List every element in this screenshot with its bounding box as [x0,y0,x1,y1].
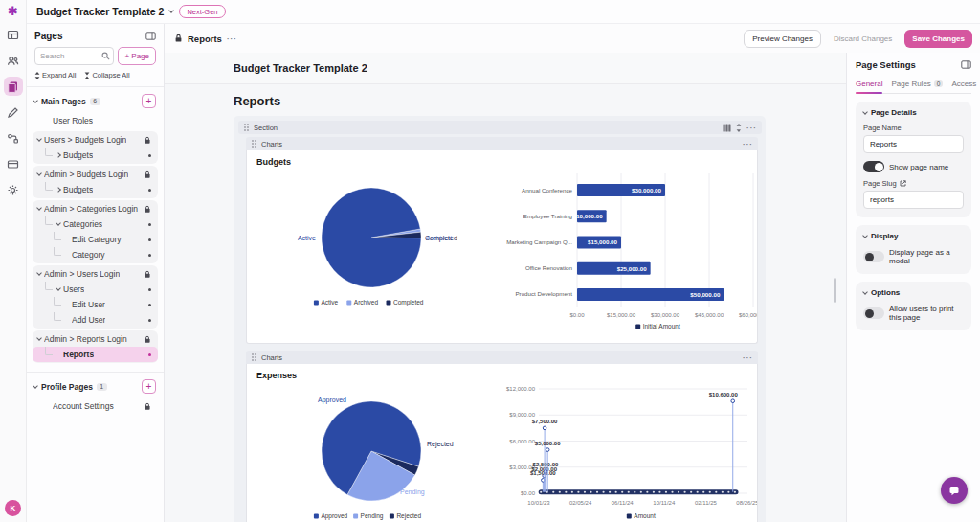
page-details-header[interactable]: Page Details [863,108,964,117]
tree-row-label: Reports [63,350,94,359]
external-link-icon[interactable] [900,180,906,187]
collapse-all-link[interactable]: Collapse All [84,71,129,79]
allow-print-label: Allow users to print this page [889,305,964,322]
options-header[interactable]: Options [863,288,964,297]
tree-chevron-icon[interactable] [56,220,61,226]
app-name[interactable]: Budget Tracker Template 2 [36,6,164,17]
top-bar: Budget Tracker Template 2 Next-Gen [27,0,980,24]
charts-component-bar[interactable]: Charts ··· [246,137,758,150]
tree-chevron-icon[interactable] [56,187,61,193]
charts-block-2[interactable]: Charts ··· Expenses ApprovedRejectedPend… [246,351,758,522]
user-avatar[interactable]: K [5,500,21,516]
tree-row[interactable]: Category [33,247,158,262]
chevron-down-icon[interactable] [33,383,38,389]
tree-row[interactable]: Reports [33,347,158,362]
chevron-down-icon[interactable] [169,8,175,13]
drag-handle-icon[interactable] [251,352,257,362]
expand-all-link[interactable]: Expand All [34,71,76,79]
svg-text:Pending: Pending [361,512,384,520]
tree-chevron-icon[interactable] [36,335,42,341]
chevron-down-icon [862,109,868,115]
collapse-settings-button[interactable] [961,60,971,69]
display-as-modal-toggle[interactable] [863,251,884,262]
tree-chevron-icon[interactable] [36,270,42,276]
tree-connector-icon [54,312,61,321]
tree-row[interactable]: Admin > Budgets Login [33,167,158,182]
budgets-charts-card[interactable]: Budgets ActiveArchivedCompletedActiveArc… [246,150,758,344]
section-options-menu[interactable]: ··· [746,124,757,132]
tree-row[interactable]: Users > Budgets Login [33,132,158,148]
tree-row[interactable]: Account Settings [33,398,158,414]
nav-settings[interactable] [4,180,23,199]
nav-design[interactable] [4,77,23,96]
preview-changes-button[interactable]: Preview Changes [744,30,821,48]
drag-handle-icon[interactable] [251,139,257,148]
budibase-logo[interactable]: ✱ [8,5,18,18]
app-preview[interactable]: Budget Tracker Template 2 Reports Sectio… [165,53,846,522]
tree-row[interactable]: User Roles [33,113,158,128]
tree-chevron-icon[interactable] [36,205,42,211]
tree-row[interactable]: Admin > Users Login [33,266,158,282]
lock-icon [144,136,151,145]
tree-connector-icon [45,148,53,156]
tab-access[interactable]: Access [951,77,976,93]
tree-row[interactable]: Edit User [33,297,158,312]
page-name-input[interactable] [863,135,964,153]
expand-vertical-icon[interactable] [735,124,743,132]
tree-row[interactable]: Users [33,282,158,297]
add-profile-page-button[interactable]: + [142,379,156,394]
charts-options-menu[interactable]: ··· [743,140,753,148]
page-slug-input[interactable] [863,191,964,209]
nav-data[interactable] [4,25,23,44]
columns-icon[interactable] [723,124,731,132]
expenses-chart-title: Expenses [247,364,757,379]
tree-row[interactable]: Add User [33,312,158,328]
tab-general[interactable]: General [856,77,882,93]
tree-chevron-icon[interactable] [56,285,61,291]
svg-text:$5,000.00: $5,000.00 [534,441,560,446]
charts-component-bar[interactable]: Charts ··· [246,351,758,364]
table-icon [7,29,19,41]
svg-text:Pending: Pending [400,488,425,496]
section-component-bar[interactable]: Section ··· [238,121,762,134]
tree-connector-icon [45,282,53,290]
expenses-charts-card[interactable]: Expenses ApprovedRejectedPendingApproved… [246,364,758,522]
tree-row[interactable]: Edit Category [33,232,158,247]
svg-text:$12,000.00: $12,000.00 [506,386,536,392]
show-page-name-toggle[interactable] [863,161,884,172]
charts-block-1[interactable]: Charts ··· Budgets ActiveArchivedComplet… [246,137,758,344]
tree-row[interactable]: Categories [33,216,158,232]
profile-pages-header[interactable]: Profile Pages 1 + [27,376,164,397]
allow-print-toggle[interactable] [863,307,884,319]
nav-theme[interactable] [4,102,23,122]
page-options-menu[interactable]: ··· [227,34,237,43]
collapse-panel-button[interactable] [145,32,156,40]
tree-row[interactable]: Admin > Reports Login [33,331,158,347]
charts-options-menu[interactable]: ··· [743,353,753,362]
nav-backups[interactable] [4,154,23,173]
tree-row[interactable]: Budgets [33,182,158,197]
drag-handle-icon[interactable] [243,123,250,132]
main-pages-header[interactable]: Main Pages 6 + [27,91,164,111]
tree-chevron-icon[interactable] [56,152,61,158]
save-changes-button[interactable]: Save Changes [904,30,972,48]
nav-automations[interactable] [4,128,23,148]
tab-page-rules[interactable]: Page Rules0 [891,77,943,93]
chevron-down-icon[interactable] [33,98,38,103]
section-component[interactable]: Section ··· Charts [234,116,766,522]
tree-connector-icon [54,297,61,306]
svg-text:08/26/25: 08/26/25 [736,500,757,506]
help-chat-button[interactable] [941,477,968,504]
tree-row[interactable]: Budgets [33,148,158,163]
discard-changes-button[interactable]: Discard Changes [826,30,900,48]
tree-chevron-icon[interactable] [36,170,42,176]
display-header[interactable]: Display [863,232,964,240]
page-slug-label: Page Slug [863,179,964,188]
tree-chevron-icon[interactable] [36,136,42,142]
add-main-page-button[interactable]: + [142,94,156,108]
tree-row[interactable]: Admin > Categories Login [33,201,158,216]
preview-scrollbar[interactable] [834,278,836,303]
add-page-button[interactable]: + Page [118,47,156,65]
nav-users[interactable] [4,51,23,70]
options-card: Options Allow users to print this page [856,282,971,330]
